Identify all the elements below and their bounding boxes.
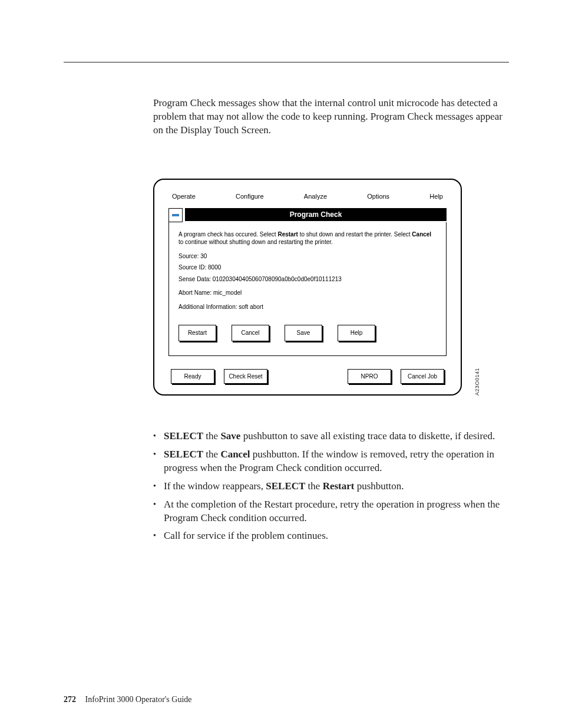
text: pushbutton to save all existing trace da…	[240, 430, 495, 442]
menu-analyze[interactable]: Analyze	[304, 193, 327, 200]
bold-save: Save	[220, 430, 240, 442]
text: If the window reappears,	[164, 480, 266, 492]
list-item: SELECT the Save pushbutton to save all e…	[153, 430, 509, 443]
bold-select: SELECT	[266, 480, 305, 492]
top-rule	[64, 62, 509, 62]
minimize-icon	[172, 214, 179, 216]
msg-text: A program check has occured. Select	[178, 231, 277, 238]
figure-id-label: A23O0141	[474, 368, 480, 396]
msg-text: to shut down and restart the printer. Se…	[298, 231, 412, 238]
npro-button[interactable]: NPRO	[348, 369, 391, 384]
source-id-line: Source ID: 8000	[178, 263, 437, 272]
program-check-panel: Program Check A program check has occure…	[168, 208, 447, 356]
text: the	[203, 430, 220, 442]
msg-text: to continue without shutting down and re…	[178, 239, 333, 245]
text: the	[305, 480, 322, 492]
touch-screen-figure: Operate Configure Analyze Options Help P…	[153, 179, 462, 396]
bold-cancel: Cancel	[220, 449, 250, 460]
list-item: At the completion of the Restart procedu…	[153, 498, 509, 525]
minimize-button[interactable]	[168, 208, 183, 222]
text: pushbutton.	[354, 480, 404, 492]
page-number: 272	[64, 695, 76, 704]
bold-restart: Restart	[323, 480, 355, 492]
list-item: Call for service if the problem continue…	[153, 529, 509, 543]
text: the	[203, 449, 220, 460]
instruction-list: SELECT the Save pushbutton to save all e…	[153, 430, 509, 543]
bold-select: SELECT	[164, 449, 203, 460]
list-item: If the window reappears, SELECT the Rest…	[153, 480, 509, 493]
addl-line: Additional Information: soft abort	[178, 303, 437, 311]
sense-line: Sense Data: 010203040405060708090a0b0c0d…	[178, 275, 437, 284]
bold-select: SELECT	[164, 430, 203, 442]
menu-configure[interactable]: Configure	[236, 193, 264, 200]
menu-operate[interactable]: Operate	[172, 193, 196, 200]
menu-options[interactable]: Options	[367, 193, 389, 200]
menubar: Operate Configure Analyze Options Help	[154, 180, 461, 206]
dialog-button-row: Restart Cancel Save Help	[178, 325, 437, 341]
msg-cancel-bold: Cancel	[412, 231, 431, 238]
figure-wrap: Operate Configure Analyze Options Help P…	[153, 179, 468, 396]
ready-button[interactable]: Ready	[171, 369, 214, 384]
list-item: SELECT the Cancel pushbutton. If the win…	[153, 448, 509, 475]
abort-line: Abort Name: mic_model	[178, 289, 437, 297]
cancel-button[interactable]: Cancel	[232, 325, 269, 341]
panel-body: A program check has occured. Select Rest…	[168, 222, 447, 356]
page-footer: 272 InfoPrint 3000 Operator's Guide	[64, 695, 192, 704]
footer-title: InfoPrint 3000 Operator's Guide	[85, 695, 192, 704]
menu-help[interactable]: Help	[429, 193, 443, 200]
bottom-button-row: Ready Check Reset NPRO Cancel Job	[154, 356, 461, 384]
intro-paragraph: Program Check messages show that the int…	[153, 97, 509, 137]
panel-title: Program Check	[185, 208, 447, 221]
save-button[interactable]: Save	[285, 325, 322, 341]
help-button[interactable]: Help	[338, 325, 375, 341]
source-line: Source: 30	[178, 252, 437, 261]
dialog-message: A program check has occured. Select Rest…	[178, 230, 437, 246]
restart-button[interactable]: Restart	[178, 325, 216, 341]
check-reset-button[interactable]: Check Reset	[224, 369, 267, 384]
cancel-job-button[interactable]: Cancel Job	[401, 369, 444, 384]
msg-restart-bold: Restart	[277, 231, 297, 238]
